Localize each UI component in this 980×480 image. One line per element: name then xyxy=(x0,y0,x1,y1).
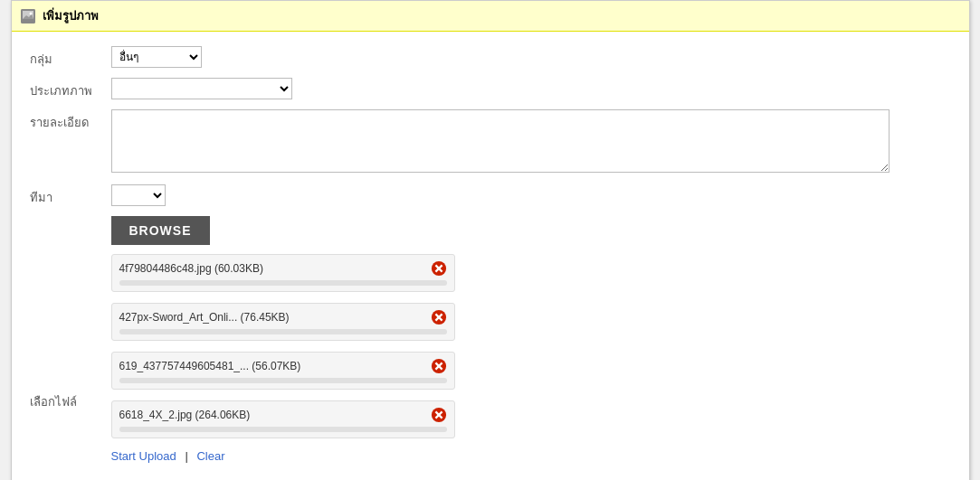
group-control: อื่นๆ กลุ่ม 1 กลุ่ม 2 xyxy=(111,46,951,68)
detail-label: รายละเอียด xyxy=(30,109,111,132)
file-name: 427px-Sword_Art_Onli... (76.45KB) xyxy=(119,311,290,324)
type-row: ประเภทภาพ xyxy=(30,78,951,100)
detail-control xyxy=(111,109,951,175)
source-label: ทีมา xyxy=(30,184,111,207)
file-item-header: 619_437757449605481_... (56.07KB) xyxy=(119,358,447,374)
file-item-header: 4f79804486c48.jpg (60.03KB) xyxy=(119,260,447,277)
file-select-row: เลือกไฟล์ BROWSE 4f79804486c48.jpg (60.0… xyxy=(30,216,951,475)
file-remove-button[interactable] xyxy=(431,358,447,374)
progress-bar-bg xyxy=(119,329,447,334)
window-icon xyxy=(21,9,35,24)
type-control xyxy=(111,78,951,99)
separator: | xyxy=(185,449,187,463)
progress-bar-bg xyxy=(119,280,447,286)
main-window: เพิ่มรูปภาพ กลุ่ม อื่นๆ กลุ่ม 1 กลุ่ม 2 … xyxy=(11,0,970,480)
progress-bar-bg xyxy=(119,427,447,432)
file-name: 619_437757449605481_... (56.07KB) xyxy=(119,360,301,372)
file-name: 4f79804486c48.jpg (60.03KB) xyxy=(119,262,263,275)
file-remove-button[interactable] xyxy=(431,309,447,325)
svg-point-3 xyxy=(29,12,32,14)
source-row: ทีมา xyxy=(30,184,951,207)
browse-button[interactable]: BROWSE xyxy=(111,216,210,245)
file-list: 4f79804486c48.jpg (60.03KB) 427px-Sword_… xyxy=(111,254,455,438)
file-remove-button[interactable] xyxy=(431,407,447,423)
file-item: 6618_4X_2.jpg (264.06KB) xyxy=(111,400,455,438)
window-title: เพิ่มรูปภาพ xyxy=(43,6,99,25)
detail-textarea[interactable] xyxy=(111,109,890,173)
file-remove-button[interactable] xyxy=(431,260,447,277)
upload-actions: Start Upload | Clear xyxy=(111,449,951,463)
type-select[interactable] xyxy=(111,78,292,99)
file-item-header: 427px-Sword_Art_Onli... (76.45KB) xyxy=(119,309,447,325)
file-item-header: 6618_4X_2.jpg (264.06KB) xyxy=(119,407,447,423)
source-select[interactable] xyxy=(111,184,166,206)
title-bar: เพิ่มรูปภาพ xyxy=(12,1,969,32)
group-row: กลุ่ม อื่นๆ กลุ่ม 1 กลุ่ม 2 xyxy=(30,46,951,69)
start-upload-link[interactable]: Start Upload xyxy=(111,449,176,463)
group-label: กลุ่ม xyxy=(30,46,111,69)
progress-bar-bg xyxy=(119,378,447,383)
file-control: BROWSE 4f79804486c48.jpg (60.03KB) xyxy=(111,216,951,475)
type-label: ประเภทภาพ xyxy=(30,78,111,100)
form-body: กลุ่ม อื่นๆ กลุ่ม 1 กลุ่ม 2 ประเภทภาพ รา… xyxy=(12,32,969,480)
file-label: เลือกไฟล์ xyxy=(30,216,111,411)
file-name: 6618_4X_2.jpg (264.06KB) xyxy=(119,409,251,421)
group-select[interactable]: อื่นๆ กลุ่ม 1 กลุ่ม 2 xyxy=(111,46,202,68)
detail-row: รายละเอียด xyxy=(30,109,951,175)
source-control xyxy=(111,184,951,206)
file-item: 619_437757449605481_... (56.07KB) xyxy=(111,352,455,390)
clear-link[interactable]: Clear xyxy=(196,449,224,463)
file-item: 427px-Sword_Art_Onli... (76.45KB) xyxy=(111,303,455,341)
file-item: 4f79804486c48.jpg (60.03KB) xyxy=(111,254,455,292)
